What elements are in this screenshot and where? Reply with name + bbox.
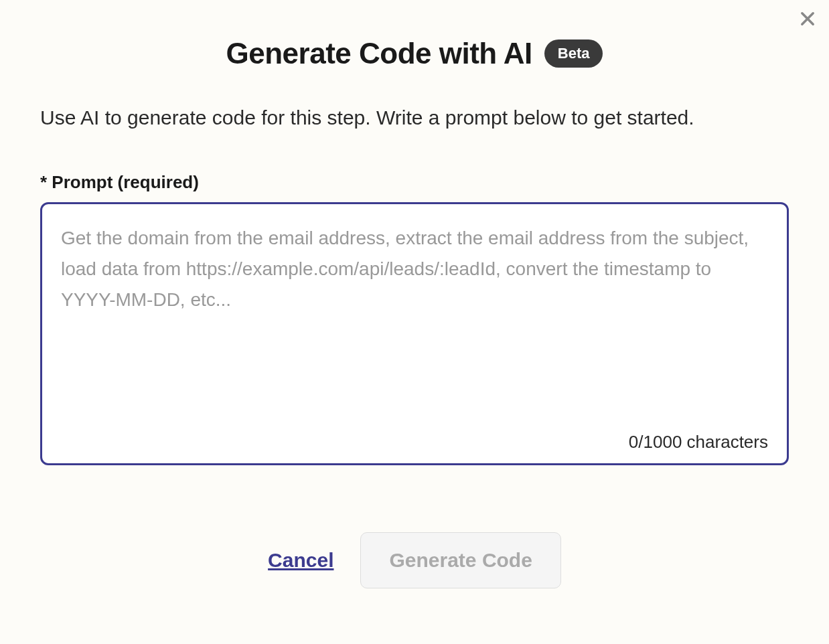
dialog-actions: Cancel Generate Code [40,532,789,588]
dialog-title: Generate Code with AI [226,37,532,70]
dialog-header: Generate Code with AI Beta [40,37,789,70]
dialog-container: Generate Code with AI Beta Use AI to gen… [0,0,829,615]
generate-code-button[interactable]: Generate Code [360,532,560,588]
close-icon [798,9,817,28]
beta-badge: Beta [544,39,603,68]
prompt-textarea-wrapper: 0/1000 characters [40,202,789,465]
cancel-button[interactable]: Cancel [268,549,333,572]
dialog-description: Use AI to generate code for this step. W… [40,104,789,132]
prompt-label: * Prompt (required) [40,172,789,193]
char-counter: 0/1000 characters [61,432,768,453]
close-button[interactable] [794,5,821,32]
prompt-textarea[interactable] [61,223,768,424]
